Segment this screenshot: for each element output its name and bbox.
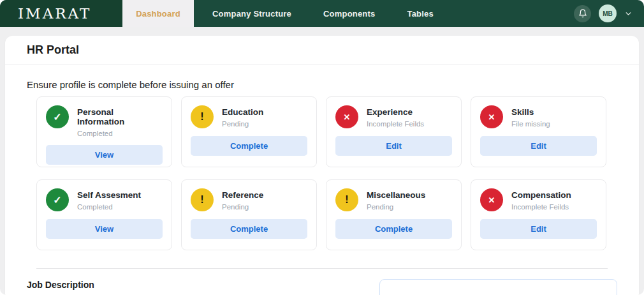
profile-card-status: Pending: [367, 203, 425, 211]
profile-card-action-button[interactable]: Edit: [480, 219, 597, 239]
profile-card-action-button[interactable]: View: [46, 219, 163, 239]
tab-dashboard-label: Dashboard: [136, 9, 180, 19]
profile-card-action-button[interactable]: Edit: [480, 136, 597, 156]
status-icon-glyph: ✕: [344, 112, 351, 122]
profile-card-header: ! Reference Pending: [191, 188, 307, 211]
profile-card-grid: ✓ Personal Information Completed View ! …: [36, 96, 639, 250]
status-icon-glyph: !: [200, 194, 203, 206]
tab-tables[interactable]: Tables: [407, 0, 433, 27]
profile-card-texts: Education Pending: [222, 105, 263, 128]
app-window: IMARAT Dashboard Company Structure Compo…: [0, 0, 644, 295]
profile-card-status: Incomplete Feilds: [511, 203, 571, 211]
profile-card-texts: Personal Information Completed: [77, 105, 163, 137]
tab-dashboard[interactable]: Dashboard: [122, 0, 194, 27]
profile-card-texts: Self Assesment Completed: [77, 188, 141, 211]
profile-card-texts: Experience Incomplete Feilds: [367, 105, 424, 128]
x-icon: ✕: [480, 188, 503, 211]
profile-card-texts: Reference Pending: [222, 188, 263, 211]
profile-card-title: Experience: [367, 107, 424, 117]
avatar-initials: MB: [603, 10, 613, 17]
profile-card-texts: Miscellaneous Pending: [367, 188, 425, 211]
profile-card-status: Pending: [222, 120, 263, 128]
check-icon: ✓: [46, 105, 69, 128]
status-icon-glyph: !: [345, 194, 348, 206]
profile-card-title: Compensation: [511, 190, 571, 200]
page-title: HR Portal: [27, 43, 79, 57]
profile-card-header: ✓ Self Assesment Completed: [46, 188, 163, 211]
profile-card-texts: Compensation Incomplete Feilds: [511, 188, 571, 211]
profile-card: ✕ Compensation Incomplete Feilds Edit: [471, 179, 606, 250]
profile-card-status: File missing: [511, 120, 550, 128]
profile-card-action-button[interactable]: View: [46, 145, 163, 165]
brand-logo-text: IMARAT: [18, 5, 91, 22]
status-icon-glyph: !: [200, 111, 203, 123]
profile-card-status: Completed: [77, 130, 163, 137]
top-navbar: IMARAT Dashboard Company Structure Compo…: [0, 0, 644, 27]
main-content-card: HR Portal Ensure profile is complete bef…: [5, 36, 639, 295]
profile-card-status: Pending: [222, 203, 263, 211]
chevron-down-icon: [624, 10, 633, 18]
exclamation-icon: !: [191, 105, 214, 128]
bell-icon: [578, 9, 587, 18]
profile-card-action-button[interactable]: Complete: [191, 219, 307, 239]
status-icon-glyph: ✓: [53, 194, 61, 206]
navbar-right-group: MB: [574, 0, 644, 27]
x-icon: ✕: [480, 105, 503, 128]
profile-card: ! Miscellaneous Pending Complete: [326, 179, 462, 250]
profile-card-status: Completed: [77, 203, 141, 211]
profile-card-title: Miscellaneous: [367, 190, 425, 200]
exclamation-icon: !: [335, 188, 358, 211]
profile-card-action-button[interactable]: Complete: [335, 219, 452, 239]
profile-section-heading: Ensure profile is complete before issuin…: [27, 79, 639, 90]
user-avatar[interactable]: MB: [599, 4, 617, 22]
tab-components-label: Components: [323, 9, 375, 19]
profile-card-header: ✕ Experience Incomplete Feilds: [335, 105, 452, 128]
status-icon-glyph: ✕: [488, 112, 495, 122]
brand-logo[interactable]: IMARAT: [0, 0, 122, 27]
notifications-button[interactable]: [574, 5, 591, 22]
profile-card-status: Incomplete Feilds: [367, 120, 424, 128]
profile-card: ✕ Experience Incomplete Feilds Edit: [326, 96, 462, 167]
check-icon: ✓: [46, 188, 69, 211]
profile-card: ✓ Personal Information Completed View: [36, 96, 172, 167]
profile-card: ! Reference Pending Complete: [181, 179, 317, 250]
profile-card-header: ! Miscellaneous Pending: [335, 188, 452, 211]
profile-card-header: ✕ Skills File missing: [480, 105, 597, 128]
profile-card: ✕ Skills File missing Edit: [471, 96, 606, 167]
profile-card: ! Education Pending Complete: [181, 96, 317, 167]
job-description-panel: [379, 279, 617, 295]
exclamation-icon: !: [191, 188, 214, 211]
job-description-title: Job Description: [27, 280, 94, 290]
profile-card-title: Skills: [511, 107, 550, 117]
profile-card-header: ! Education Pending: [191, 105, 307, 128]
profile-card-title: Personal Information: [77, 107, 163, 126]
profile-card-title: Education: [222, 107, 263, 117]
status-icon-glyph: ✓: [53, 111, 61, 123]
portal-header: HR Portal: [5, 36, 639, 64]
tab-company-structure-label: Company Structure: [212, 9, 291, 19]
x-icon: ✕: [335, 105, 358, 128]
profile-card-title: Reference: [222, 190, 263, 200]
profile-menu-toggle[interactable]: [624, 10, 633, 18]
profile-card-header: ✕ Compensation Incomplete Feilds: [480, 188, 597, 211]
profile-card-action-button[interactable]: Complete: [191, 136, 307, 156]
profile-card-header: ✓ Personal Information Completed: [46, 105, 163, 137]
profile-section: Ensure profile is complete before issuin…: [5, 64, 639, 269]
profile-card-action-button[interactable]: Edit: [335, 136, 452, 156]
tab-tables-label: Tables: [407, 9, 433, 19]
profile-card: ✓ Self Assesment Completed View: [36, 179, 172, 250]
section-divider: [36, 268, 608, 269]
status-icon-glyph: ✕: [488, 195, 495, 205]
profile-card-texts: Skills File missing: [511, 105, 550, 128]
profile-card-title: Self Assesment: [77, 190, 141, 200]
tab-company-structure[interactable]: Company Structure: [212, 0, 291, 27]
tab-components[interactable]: Components: [323, 0, 375, 27]
